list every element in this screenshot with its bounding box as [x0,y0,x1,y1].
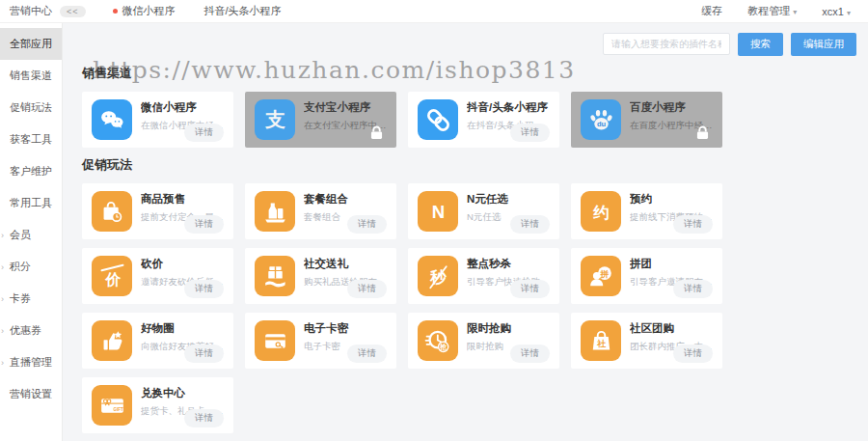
app-card[interactable]: 价砍价邀请好友砍价后低价购买详情 [82,248,233,304]
detail-button[interactable]: 详情 [510,215,550,234]
sidebar-item-7[interactable]: ›积分 [0,251,62,283]
sidebar-item-label: 卡券 [10,291,31,306]
card-title: N元任选 [467,192,552,207]
chevron-right-icon: › [1,262,4,272]
sidebar-item-label: 常用工具 [10,196,52,210]
sidebar-item-label: 优惠券 [10,323,41,338]
sidebar-item-label: 营销设置 [10,387,52,401]
sidebar-item-10[interactable]: ›直播管理 [0,346,62,378]
card-title: 支付宝小程序 [304,100,389,115]
yue-icon: 约 [581,191,621,232]
app-card[interactable]: 约预约提前线下消费预约服务详情 [571,183,722,239]
card-title: 电子卡密 [304,321,389,336]
app-card[interactable]: GIFT兑换中心提货卡、礼品卡、送礼神器详情 [82,377,233,433]
search-input[interactable] [603,33,730,55]
layout: 全部应用销售渠道促销玩法获客工具客户维护常用工具›会员›积分›卡券›优惠券›直播… [0,23,868,441]
topbar-menu-2[interactable]: xcx1▾ [822,6,851,17]
menu-label: 教程管理 [747,5,790,16]
app-card[interactable]: 商品预售提前支付定金，尾款享受优惠详情 [82,183,233,239]
sidebar-item-9[interactable]: ›优惠券 [0,315,62,346]
sidebar-collapse-button[interactable]: << [60,6,86,17]
card-title: 好物圈 [141,321,226,336]
svg-text:GIFT: GIFT [113,406,122,411]
detail-button[interactable]: 详情 [347,345,387,363]
app-card[interactable]: 秒整点秒杀引导客户快速抢购详情 [408,248,559,304]
chevron-right-icon: › [1,326,4,336]
app-card[interactable]: 套餐组合套餐组合详情 [245,183,396,239]
detail-button[interactable]: 详情 [347,215,387,234]
card-title: 抖音/头条小程序 [467,100,552,115]
sidebar-item-5[interactable]: 常用工具 [0,187,62,219]
main-content: 搜索 编辑应用 销售渠道微信小程序在微信小程序中经营你的店铺详情支支付宝小程序在… [63,23,868,441]
app-card[interactable]: 电子卡密电子卡密详情 [245,313,396,369]
lock-icon [370,125,383,140]
app-card[interactable]: 抢限时抢购限时抢购详情 [408,313,559,369]
hand-gift-icon [255,256,295,296]
sidebar-item-6[interactable]: ›会员 [0,219,62,251]
app-card[interactable]: 微信小程序在微信小程序中经营你的店铺详情 [82,92,233,148]
chevron-down-icon: ▾ [793,8,797,16]
topbar-menu-1[interactable]: 教程管理▾ [747,4,797,18]
sidebar-item-label: 直播管理 [10,355,52,370]
app-card[interactable]: 抖音/头条小程序在抖音/头条小程序中经营你的店铺详情 [408,92,559,148]
kan-icon: 价 [92,256,132,296]
edit-app-button[interactable]: 编辑应用 [791,33,856,56]
clock-grab-icon: 抢 [418,320,458,361]
detail-button[interactable]: 详情 [184,280,224,298]
app-card[interactable]: 支支付宝小程序在支付宝小程序中经营你的店铺 [245,92,396,148]
app-card[interactable]: NN元任选N元任选详情 [408,183,559,239]
detail-button[interactable]: 详情 [673,280,713,298]
detail-button[interactable]: 详情 [184,124,224,142]
sidebar-item-0[interactable]: 全部应用 [0,28,62,60]
card-grid: 微信小程序在微信小程序中经营你的店铺详情支支付宝小程序在支付宝小程序中经营你的店… [82,92,856,148]
baidu-icon: du [581,99,621,140]
detail-button[interactable]: 详情 [673,345,713,363]
sidebar-item-label: 促销玩法 [10,100,52,115]
sidebar-item-label: 会员 [10,228,31,242]
detail-button[interactable]: 详情 [510,124,550,142]
topbar-tabs: 微信小程序抖音/头条小程序 [113,4,282,18]
card-title: 砍价 [141,257,226,271]
svg-text:抢: 抢 [439,343,448,351]
app-card[interactable]: du百度小程序在百度小程序中经营你的店铺 [571,92,722,148]
app-card[interactable]: 好物圈向微信好友推荐好商品详情 [82,313,233,369]
wechat-icon [92,99,132,140]
topbar-menu-0[interactable]: 缓存 [701,4,722,18]
sidebar-item-1[interactable]: 销售渠道 [0,60,62,92]
sidebar-item-4[interactable]: 客户维护 [0,155,62,187]
thumb-star-icon [92,320,132,361]
detail-button[interactable]: 详情 [510,280,550,298]
app-card[interactable]: 社交送礼购买礼品送给朋友详情 [245,248,396,304]
detail-button[interactable]: 详情 [184,345,224,363]
card-title: 限时抢购 [467,321,552,336]
alipay-icon: 支 [255,99,295,140]
tab-mini-program-1[interactable]: 抖音/头条小程序 [204,4,282,18]
bottles-icon [255,191,295,232]
sidebar-item-label: 销售渠道 [10,69,52,83]
detail-button[interactable]: 详情 [184,409,224,427]
sidebar-item-2[interactable]: 促销玩法 [0,92,62,124]
tab-mini-program-0[interactable]: 微信小程序 [113,4,176,18]
detail-button[interactable]: 详情 [347,280,387,298]
link-icon [418,99,458,140]
topbar: 营销中心 << 微信小程序抖音/头条小程序 缓存教程管理▾xcx1▾ [0,0,868,23]
search-button[interactable]: 搜索 [738,33,783,56]
chevron-right-icon: › [1,294,4,304]
app-card[interactable]: 社社区团购团长群内推广，本地社区自提详情 [571,313,722,369]
tab-label: 抖音/头条小程序 [204,4,282,18]
detail-button[interactable]: 详情 [184,215,224,234]
svg-text:约: 约 [592,203,610,220]
svg-text:du: du [596,119,606,127]
notification-dot-icon [113,9,118,14]
bag-clock-icon [92,191,132,232]
sidebar-item-3[interactable]: 获客工具 [0,124,62,155]
search-row: 搜索 编辑应用 [82,33,856,56]
lock-icon [696,125,709,140]
sidebar-item-11[interactable]: 营销设置 [0,378,62,410]
card-title: 社区团购 [630,321,715,336]
menu-label: xcx1 [822,6,844,17]
detail-button[interactable]: 详情 [673,215,713,234]
sidebar-item-8[interactable]: ›卡券 [0,283,62,315]
app-card[interactable]: 拼拼团引导客户邀请朋友一起拼团购买详情 [571,248,722,304]
detail-button[interactable]: 详情 [510,345,550,363]
